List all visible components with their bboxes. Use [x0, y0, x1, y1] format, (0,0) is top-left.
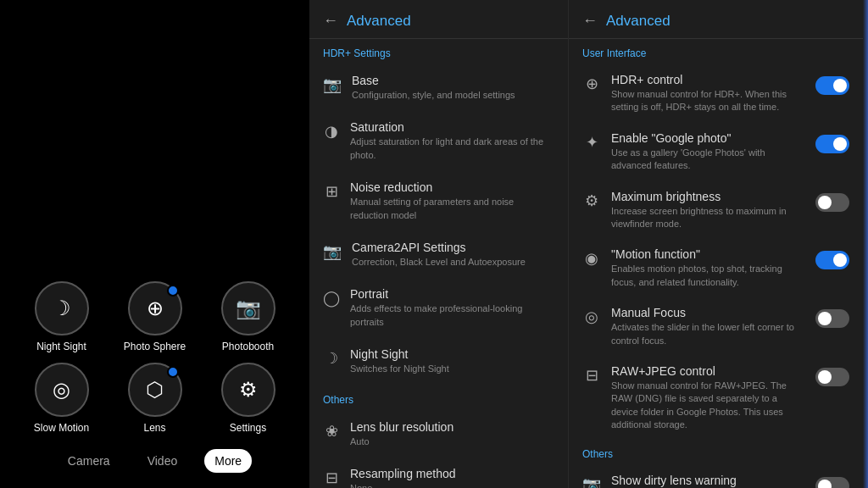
r-setting-text-max-brightness: Maximum brightness Increase screen brigh…	[611, 190, 805, 231]
middle-setting-camera2api[interactable]: 📷 Camera2API Settings Correction, Black …	[309, 231, 568, 278]
right-setting-google-photo[interactable]: ✦ Enable "Google photo" Use as a gallery…	[569, 123, 863, 181]
r-setting-name-manual-focus: Manual Focus	[611, 306, 805, 319]
lens-icon: ⬡	[146, 378, 164, 402]
middle-other-setting-lens-blur[interactable]: ❀ Lens blur resolution Auto	[309, 411, 568, 458]
setting-name-base: Base	[352, 74, 554, 87]
toggle-motion-function[interactable]	[815, 251, 849, 269]
middle-panel: ← Advanced HDR+ Settings 📷 Base Configur…	[309, 0, 568, 488]
setting-desc-lens-blur: Auto	[350, 435, 554, 448]
toggle-max-brightness[interactable]	[815, 193, 849, 212]
middle-setting-night-sight[interactable]: ☽ Night Sight Switches for Night Sight	[309, 338, 568, 385]
toggle-hdr-control[interactable]	[815, 76, 849, 95]
mode-icon-wrap-night-sight: ☽	[35, 281, 89, 336]
mode-item-night-sight[interactable]: ☽ Night Sight	[19, 281, 104, 352]
right-others-label: Others	[569, 440, 863, 465]
right-panel: ← Advanced User Interface ⊕ HDR+ control…	[568, 0, 863, 488]
setting-text-portrait: Portrait Adds effects to make profession…	[350, 287, 554, 329]
middle-setting-portrait[interactable]: ◯ Portrait Adds effects to make professi…	[309, 278, 568, 338]
middle-setting-base[interactable]: 📷 Base Configuration, style, and model s…	[309, 64, 568, 111]
right-title: Advanced	[606, 13, 670, 30]
base-icon: 📷	[323, 75, 342, 94]
r-setting-name-motion-function: "Motion function"	[611, 247, 805, 261]
mode-icon-wrap-settings: ⚙	[221, 363, 275, 417]
right-settings-list: User Interface ⊕ HDR+ control Show manua…	[569, 39, 863, 488]
setting-desc-portrait: Adds effects to make professional-lookin…	[350, 302, 554, 329]
right-ui-section-label: User Interface	[569, 39, 863, 64]
right-setting-manual-focus[interactable]: ◎ Manual Focus Activates the slider in t…	[569, 297, 863, 356]
mode-icon-wrap-photobooth: 📷	[221, 281, 275, 336]
toggle-raw-jpeg[interactable]	[815, 368, 849, 386]
setting-desc-noise-reduction: Manual setting of parameters and noise r…	[350, 196, 554, 222]
mode-item-lens[interactable]: ⬡ Lens	[113, 363, 198, 434]
r-setting-desc-max-brightness: Increase screen brightness to maximum in…	[611, 205, 805, 231]
mode-icon-wrap-slow-motion: ◎	[35, 363, 89, 417]
middle-other-setting-resampling[interactable]: ⊟ Resampling method None	[309, 458, 568, 488]
toggle-dirty-lens[interactable]	[815, 477, 849, 488]
slow-motion-icon: ◎	[53, 378, 70, 402]
r-other-setting-name-dirty-lens: Show dirty lens warning	[611, 474, 805, 487]
r-setting-desc-hdr-control: Show manual control for HDR+. When this …	[611, 88, 805, 114]
setting-text-base: Base Configuration, style, and model set…	[352, 74, 554, 102]
r-setting-name-hdr-control: HDR+ control	[611, 73, 805, 86]
dirty-lens-icon: 📷	[582, 475, 601, 488]
right-header: ← Advanced	[569, 0, 863, 39]
mode-icon-wrap-lens: ⬡	[128, 363, 182, 417]
mode-label-photobooth: Photobooth	[222, 341, 274, 352]
setting-desc-base: Configuration, style, and model settings	[352, 89, 554, 102]
r-setting-desc-raw-jpeg: Show manual control for RAW+JPEG. The RA…	[611, 380, 805, 432]
setting-desc-resampling: None	[350, 482, 554, 488]
mode-item-slow-motion[interactable]: ◎ Slow Motion	[19, 363, 104, 434]
mode-item-photo-sphere[interactable]: ⊕ Photo Sphere	[113, 281, 198, 352]
right-other-setting-dirty-lens[interactable]: 📷 Show dirty lens warning Display warnin…	[569, 465, 863, 488]
setting-name-saturation: Saturation	[350, 120, 554, 134]
setting-name-lens-blur: Lens blur resolution	[350, 420, 554, 434]
r-setting-name-max-brightness: Maximum brightness	[611, 190, 805, 203]
middle-settings-list: 📷 Base Configuration, style, and model s…	[309, 64, 568, 488]
noise-reduction-icon: ⊞	[323, 182, 340, 201]
right-edge	[863, 0, 868, 488]
setting-text-camera2api: Camera2API Settings Correction, Black Le…	[352, 241, 554, 269]
setting-text-lens-blur: Lens blur resolution Auto	[350, 420, 554, 448]
right-setting-hdr-control[interactable]: ⊕ HDR+ control Show manual control for H…	[569, 64, 863, 123]
night-sight-icon: ☽	[53, 297, 71, 320]
motion-function-icon: ◉	[582, 249, 601, 268]
setting-name-portrait: Portrait	[350, 287, 554, 301]
photobooth-icon: 📷	[236, 297, 261, 320]
tab-camera[interactable]: Camera	[58, 449, 120, 473]
mode-label-photo-sphere: Photo Sphere	[124, 341, 186, 352]
left-panel: ☽ Night Sight ⊕ Photo Sphere 📷 Photoboot…	[0, 0, 309, 488]
mode-label-settings: Settings	[230, 422, 266, 434]
manual-focus-icon: ◎	[582, 308, 601, 326]
middle-title: Advanced	[347, 13, 411, 30]
badge-photo-sphere	[167, 285, 179, 297]
tab-more[interactable]: More	[204, 449, 252, 473]
right-setting-motion-function[interactable]: ◉ "Motion function" Enables motion photo…	[569, 239, 863, 297]
r-setting-desc-motion-function: Enables motion photos, top shot, trackin…	[611, 263, 805, 289]
right-setting-max-brightness[interactable]: ⚙ Maximum brightness Increase screen bri…	[569, 181, 863, 240]
right-back-button[interactable]: ←	[582, 12, 598, 30]
setting-desc-night-sight: Switches for Night Sight	[350, 363, 554, 375]
hdr-section-label: HDR+ Settings	[309, 39, 568, 64]
r-other-setting-text-dirty-lens: Show dirty lens warning Display warning …	[611, 474, 805, 488]
badge-lens	[167, 366, 179, 378]
toggle-google-photo[interactable]	[815, 135, 849, 153]
night-sight-icon: ☽	[323, 349, 340, 368]
portrait-icon: ◯	[323, 289, 340, 308]
middle-setting-noise-reduction[interactable]: ⊞ Noise reduction Manual setting of para…	[309, 171, 568, 231]
raw-jpeg-icon: ⊟	[582, 366, 601, 385]
mode-item-photobooth[interactable]: 📷 Photobooth	[206, 281, 291, 352]
tab-video[interactable]: Video	[137, 449, 188, 473]
mode-item-settings[interactable]: ⚙ Settings	[206, 363, 291, 434]
r-setting-text-manual-focus: Manual Focus Activates the slider in the…	[611, 306, 805, 347]
camera2api-icon: 📷	[323, 242, 342, 261]
middle-setting-saturation[interactable]: ◑ Saturation Adjust saturation for light…	[309, 111, 568, 171]
right-setting-raw-jpeg[interactable]: ⊟ RAW+JPEG control Show manual control f…	[569, 356, 863, 441]
google-photo-icon: ✦	[582, 133, 601, 152]
mode-label-night-sight: Night Sight	[36, 341, 86, 352]
saturation-icon: ◑	[323, 122, 340, 141]
setting-desc-saturation: Adjust saturation for light and dark are…	[350, 136, 554, 162]
setting-name-noise-reduction: Noise reduction	[350, 180, 554, 194]
toggle-manual-focus[interactable]	[815, 309, 849, 328]
settings-icon: ⚙	[239, 378, 258, 402]
middle-back-button[interactable]: ←	[323, 12, 338, 30]
